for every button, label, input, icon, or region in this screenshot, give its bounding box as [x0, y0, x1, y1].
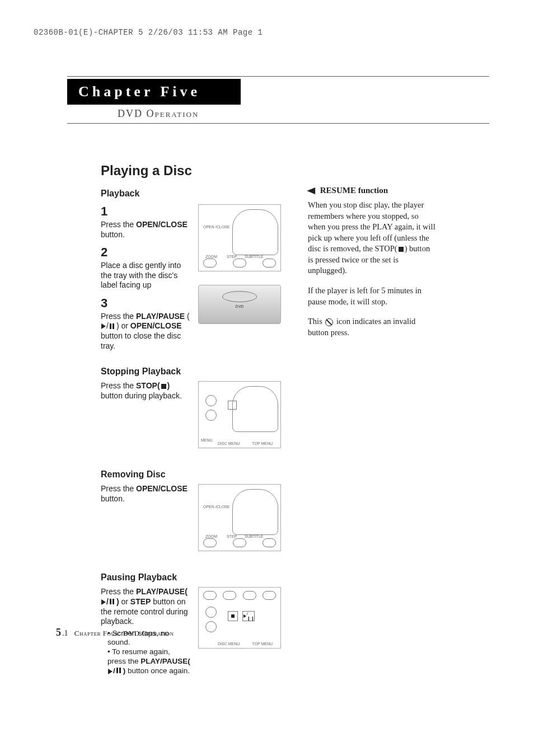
step-number: 1	[101, 204, 190, 219]
pause-icon	[110, 322, 115, 332]
play-icon	[101, 323, 106, 329]
step-text: Place a disc gently into the tray with t…	[101, 261, 190, 290]
figure-remote-openclose: OPEN /CLOSE ZOOM STEP SUBTITLE	[198, 204, 281, 271]
stop-icon	[161, 384, 166, 389]
step-text: Press the PLAY/PAUSE (/) or OPEN/CLOSE b…	[101, 312, 190, 351]
play-icon	[108, 669, 113, 674]
heading-playback: Playback	[101, 189, 291, 199]
stopping-text: Press the STOP() button during playback.	[101, 381, 190, 401]
figure-remote-openclose-2: OPEN /CLOSE ZOOM STEP SUBTITLE	[198, 484, 281, 551]
chapter-header: Chapter Five DVD Operation	[67, 76, 489, 124]
pointer-left-icon: ◀	[307, 185, 315, 195]
page-title: Playing a Disc	[101, 163, 291, 179]
step-number: 2	[101, 245, 190, 260]
pause-icon	[116, 666, 122, 676]
figure-remote-stop: DISC MENU TOP MENU MENU	[198, 381, 281, 448]
pause-icon	[110, 597, 115, 607]
side-paragraph: When you stop disc play, the player reme…	[308, 200, 437, 276]
stop-icon	[399, 247, 404, 252]
removing-text: Press the OPEN/CLOSE button.	[101, 484, 190, 504]
print-header: 02360B-01(E)-CHAPTER 5 2/26/03 11:53 AM …	[34, 28, 489, 37]
side-paragraph: This icon indicates an invalid button pr…	[308, 316, 437, 338]
page-footer: 5.1 Chapter Four: DVD Operation	[56, 627, 174, 638]
heading-stopping: Stopping Playback	[101, 367, 291, 377]
play-icon	[101, 599, 106, 605]
chapter-title: Chapter Five	[67, 79, 241, 105]
heading-removing: Removing Disc	[101, 469, 291, 480]
heading-pausing: Pausing Playback	[101, 572, 291, 583]
step-text: Press the OPEN/CLOSE button.	[101, 220, 190, 240]
chapter-subtitle: DVD Operation	[118, 108, 489, 120]
side-paragraph: If the player is left for 5 minutes in p…	[308, 285, 437, 307]
side-heading: RESUME function	[320, 186, 388, 195]
side-note: ◀ RESUME function When you stop disc pla…	[308, 163, 437, 676]
figure-dvd-player: DVD	[198, 285, 281, 324]
step-number: 3	[101, 296, 190, 311]
prohibit-icon	[325, 318, 333, 326]
figure-remote-playpause: /❙❙ DISC MENU TOP MENU	[198, 587, 281, 649]
